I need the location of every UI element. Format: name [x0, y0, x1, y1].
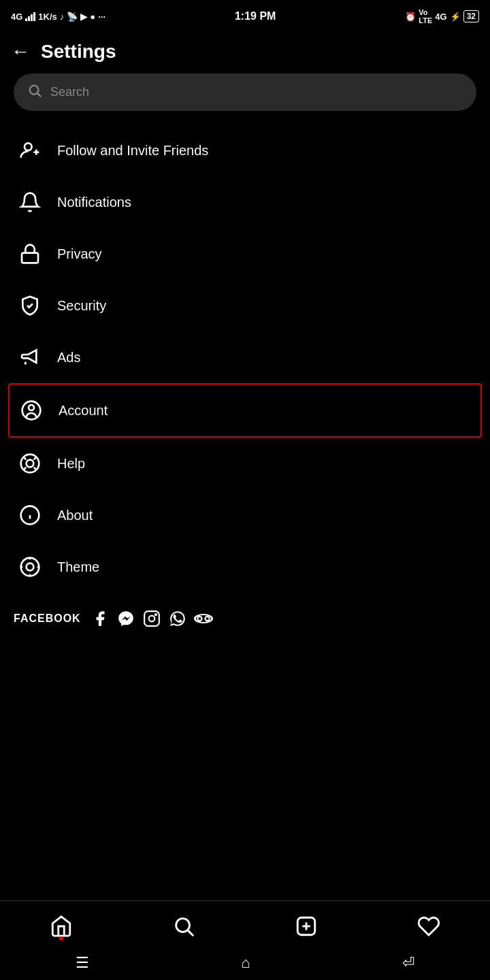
heart-icon: [417, 915, 440, 938]
svg-line-21: [23, 560, 24, 561]
battery-charging-icon: ⚡: [450, 12, 461, 22]
svg-point-0: [30, 86, 39, 95]
shield-check-icon: [16, 292, 44, 319]
header: ← Settings: [0, 33, 490, 74]
status-time: 1:19 PM: [235, 10, 276, 22]
about-label: About: [57, 508, 93, 523]
privacy-label: Privacy: [57, 246, 102, 262]
svg-line-13: [34, 457, 37, 460]
lifebuoy-icon: [16, 450, 44, 477]
home-icon: [50, 915, 73, 938]
broadcast-icon: 📡: [67, 12, 78, 22]
palette-icon: [16, 553, 44, 581]
svg-point-7: [29, 405, 34, 410]
svg-line-1: [37, 93, 41, 97]
svg-point-34: [176, 919, 190, 932]
facebook-footer: FACEBOOK: [0, 593, 490, 639]
facebook-icon: [91, 609, 110, 628]
settings-menu: Follow and Invite Friends Notifications …: [0, 125, 490, 593]
lock-icon: [16, 240, 44, 267]
nav-add-button[interactable]: [281, 909, 331, 943]
person-circle-icon: [18, 397, 45, 424]
menu-item-notifications[interactable]: Notifications: [11, 176, 479, 228]
page-title: Settings: [41, 41, 116, 63]
svg-point-18: [27, 564, 34, 571]
ads-label: Ads: [57, 350, 80, 365]
svg-point-9: [27, 460, 34, 468]
status-right: ⏰ VoLTE 4G ⚡ 32: [405, 8, 479, 24]
instagram-icon: [142, 609, 161, 628]
oculus-icon: [194, 609, 213, 628]
security-label: Security: [57, 298, 106, 314]
menu-system-btn[interactable]: ☰: [76, 954, 89, 972]
overflow-icon: ···: [98, 12, 105, 22]
svg-point-27: [155, 614, 157, 615]
info-circle-icon: [16, 502, 44, 529]
facebook-brand: FACEBOOK: [14, 609, 476, 628]
menu-item-account[interactable]: Account: [8, 383, 482, 438]
menu-item-theme[interactable]: Theme: [11, 541, 479, 593]
svg-line-10: [24, 457, 27, 460]
status-bar: 4G 1K/s ♪ 📡 ▶ ● ··· 1:19 PM ⏰ VoLTE 4G ⚡…: [0, 0, 490, 33]
speed-indicator: 1K/s: [38, 12, 56, 22]
menu-item-follow[interactable]: Follow and Invite Friends: [11, 125, 479, 176]
svg-point-33: [206, 617, 208, 620]
network-indicator: 4G: [11, 12, 22, 22]
account-label: Account: [59, 403, 108, 419]
megaphone-icon: [16, 344, 44, 371]
search-icon: [27, 83, 42, 101]
bottom-nav-icons: [0, 901, 490, 949]
youtube-icon: ▶: [80, 12, 87, 22]
home-notification-dot: [59, 936, 63, 941]
svg-rect-5: [22, 253, 38, 263]
svg-rect-25: [144, 611, 159, 626]
facebook-social-icons: [91, 609, 213, 628]
home-system-btn[interactable]: ⌂: [241, 954, 250, 972]
theme-label: Theme: [57, 559, 99, 575]
signal-bars: [25, 12, 35, 21]
bell-icon: [16, 189, 44, 216]
follow-label: Follow and Invite Friends: [57, 143, 208, 159]
search-container: Search: [0, 74, 490, 125]
svg-line-11: [34, 468, 37, 470]
svg-point-2: [24, 143, 32, 150]
facebook-brand-text: FACEBOOK: [14, 612, 81, 625]
add-person-icon: [16, 137, 44, 164]
add-icon: [295, 915, 318, 938]
menu-item-about[interactable]: About: [11, 489, 479, 541]
status-left: 4G 1K/s ♪ 📡 ▶ ● ···: [11, 12, 105, 22]
menu-item-help[interactable]: Help: [11, 438, 479, 489]
svg-line-35: [188, 930, 193, 936]
notifications-label: Notifications: [57, 195, 131, 210]
bottom-nav: ☰ ⌂ ⏎: [0, 900, 490, 980]
search-bar[interactable]: Search: [14, 74, 476, 111]
svg-line-12: [24, 468, 27, 470]
nav-activity-button[interactable]: [404, 909, 454, 943]
whatsapp-icon: [168, 609, 187, 628]
alarm-icon: ⏰: [405, 12, 416, 22]
nav-home-button[interactable]: [36, 909, 86, 943]
menu-item-privacy[interactable]: Privacy: [11, 228, 479, 280]
svg-line-22: [35, 572, 37, 574]
search-nav-icon: [172, 915, 195, 938]
back-button[interactable]: ←: [11, 41, 30, 63]
nav-search-button[interactable]: [159, 909, 209, 943]
menu-item-ads[interactable]: Ads: [11, 331, 479, 383]
messenger-icon: [116, 609, 135, 628]
back-system-btn[interactable]: ⏎: [402, 954, 414, 972]
battery-level: 32: [463, 10, 479, 22]
svg-point-32: [198, 617, 201, 620]
menu-item-security[interactable]: Security: [11, 280, 479, 331]
dot-indicator: ●: [90, 12, 95, 22]
help-label: Help: [57, 456, 85, 472]
music-icon: ♪: [60, 12, 65, 22]
search-placeholder: Search: [50, 85, 89, 99]
volte-indicator: VoLTE: [419, 8, 432, 24]
svg-point-26: [148, 616, 154, 622]
lte-4g-icon: 4G: [435, 12, 446, 22]
system-nav-bar: ☰ ⌂ ⏎: [0, 949, 490, 980]
